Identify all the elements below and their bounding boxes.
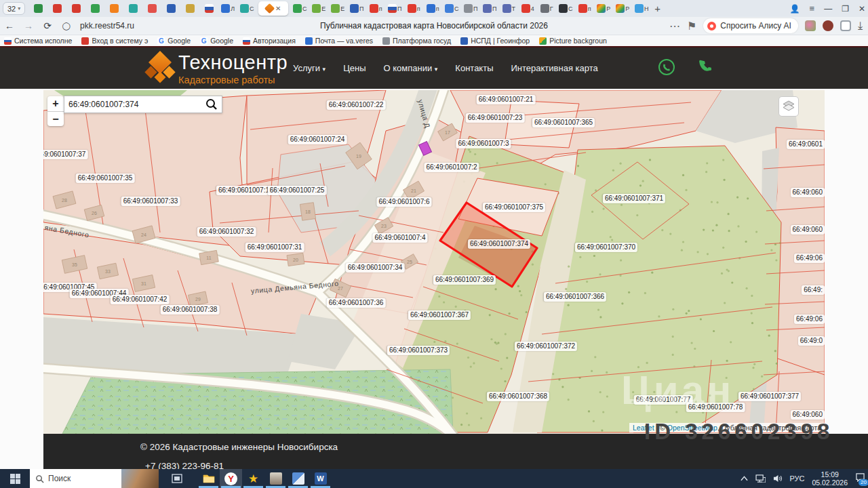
browser-tab[interactable]: п — [368, 1, 383, 16]
parcel-label-clipped[interactable]: 66:49:060 — [791, 225, 825, 235]
browser-tab[interactable] — [125, 1, 140, 16]
parcel-label-clipped[interactable]: 66:49: — [802, 285, 825, 295]
browser-tab[interactable]: Н — [634, 1, 649, 16]
new-tab-button[interactable]: + — [654, 3, 660, 14]
parcel-label[interactable]: 66:49:0601007:22 — [327, 100, 386, 110]
tab-counter[interactable]: 32 ▾ — [3, 2, 25, 15]
parcel-label-clipped[interactable]: 66:49:0601 — [787, 140, 825, 149]
technocentr-logo-icon[interactable] — [144, 53, 176, 84]
parcel-label[interactable]: 66:49:0601007:33 — [121, 197, 180, 206]
browser-tab[interactable]: Т — [501, 1, 516, 16]
clock[interactable]: 15:09 05.02.2026 — [812, 470, 848, 487]
parcel-label[interactable]: 66:49:0601007:370 — [575, 243, 637, 252]
parcel-label-clipped[interactable]: 66:49:06 — [794, 314, 825, 324]
parcel-label-selected[interactable]: 66:49:0601007:374 — [468, 239, 530, 249]
speaker-icon[interactable] — [773, 474, 782, 483]
menu-icon[interactable]: ≡ — [810, 3, 815, 14]
browser-tab[interactable]: п — [425, 1, 440, 16]
parcel-label[interactable]: 66:49:0601007:34 — [346, 263, 405, 272]
parcel-label[interactable]: 66:49:0601007:2 — [424, 163, 479, 172]
browser-tab[interactable]: Е — [311, 1, 326, 16]
browser-tab[interactable] — [182, 1, 197, 16]
back-icon[interactable]: ← — [0, 20, 19, 31]
browser-tab[interactable] — [50, 1, 64, 16]
reload-icon[interactable]: ⟳ — [38, 20, 57, 31]
file-explorer-icon[interactable] — [197, 469, 220, 488]
browser-tab[interactable]: п — [406, 1, 421, 16]
cadastral-map[interactable]: 66:49:0601007:2266:49:0601007:2166:49:06… — [43, 90, 825, 434]
keyboard-language[interactable]: РУС — [789, 474, 804, 483]
parcel-label[interactable]: 66:49:0601007:368 — [487, 392, 549, 401]
parcel-label[interactable]: 66:49:0601007:365 — [532, 118, 595, 127]
browser-tab[interactable] — [144, 1, 159, 16]
pinned-app2-icon[interactable] — [287, 469, 309, 488]
tray-chevron-icon[interactable] — [741, 476, 748, 481]
parcel-label-clipped[interactable]: 66:49:060 — [791, 410, 825, 420]
parcel-label-clipped[interactable]: 66:49:0 — [798, 336, 825, 346]
parcel-label[interactable]: 66:49:0601007:21 — [477, 95, 536, 104]
browser-tab[interactable]: Л — [220, 1, 235, 16]
tab-close-icon[interactable]: ✕ — [275, 5, 281, 12]
parcel-label[interactable]: 66:49:0601007:31 — [245, 243, 304, 252]
parcel-label[interactable]: 66:49:0601007:25 — [268, 186, 327, 195]
word-icon[interactable]: W — [309, 469, 332, 488]
whatsapp-icon[interactable] — [658, 58, 675, 76]
browser-tab[interactable] — [87, 1, 102, 16]
notification-center-icon[interactable]: 20 — [855, 472, 865, 485]
browser-tab[interactable] — [106, 1, 121, 16]
news-thumbnail[interactable] — [121, 469, 159, 488]
browser-tab[interactable] — [163, 1, 178, 16]
parcel-label[interactable]: 66:49:0601007:372 — [515, 342, 577, 351]
browser-tab[interactable]: Р — [615, 1, 630, 16]
parcel-label[interactable]: 66:49:0601007:23 — [466, 113, 525, 123]
parcel-label[interactable]: 66:49:0601007:42 — [111, 295, 170, 304]
more-icon[interactable]: ⋯ — [669, 20, 680, 33]
browser-tab[interactable]: Е — [330, 1, 345, 16]
brand[interactable]: Техноцентр Кадастровые работы — [178, 52, 288, 85]
browser-tab[interactable]: Г — [539, 1, 554, 16]
profile-icon[interactable]: 👤 — [790, 4, 800, 14]
browser-tab[interactable] — [31, 1, 45, 16]
site-badge-icon[interactable]: ◯ — [57, 22, 76, 30]
taskbar-search[interactable]: Поиск — [30, 469, 159, 488]
search-input[interactable] — [64, 100, 204, 109]
forward-icon[interactable]: → — [19, 20, 38, 31]
parcel-label[interactable]: 66:49:0601007:6 — [376, 197, 431, 207]
parcel-label[interactable]: 66:49:0601007:36 — [327, 298, 386, 308]
layers-control[interactable] — [778, 96, 799, 117]
browser-tab[interactable]: С — [444, 1, 459, 16]
browser-tab[interactable]: П — [349, 1, 364, 16]
alice-button[interactable]: Спросить Алису AI — [703, 18, 798, 33]
zoom-in-button[interactable]: + — [47, 96, 64, 111]
task-view-button[interactable] — [165, 469, 188, 488]
parcel-label[interactable]: 66:49:0601007:4 — [372, 233, 427, 243]
parcel-label[interactable]: 66:49:0601007:367 — [408, 310, 471, 320]
parcel-label[interactable]: 66:49:0601007:38 — [161, 305, 220, 314]
bookmark-item[interactable]: Авторизация — [243, 37, 296, 45]
bookmark-item[interactable]: Вход в систему э — [81, 37, 148, 45]
parcel-label[interactable]: 66:49:0601007:371 — [603, 194, 665, 203]
phone-icon[interactable] — [697, 58, 713, 75]
nav-цены[interactable]: Цены — [343, 63, 366, 73]
parcel-label[interactable]: 66:49:0601007:32 — [197, 227, 256, 237]
browser-tab[interactable]: П — [387, 1, 402, 16]
browser-tab[interactable]: П — [482, 1, 497, 16]
parcel-label-clipped[interactable]: 66:49:060 — [791, 188, 825, 197]
bookmark-item[interactable]: Почта — va.veres — [305, 37, 373, 45]
collections-icon[interactable] — [840, 20, 851, 31]
parcel-label[interactable]: 66:49:0601007:377 — [738, 392, 801, 401]
bookmark-item[interactable]: НСПД | Геоинфор — [460, 37, 530, 45]
parcel-label[interactable]: 66:49:0601007:24 — [288, 135, 347, 144]
parcel-label[interactable]: 66:49:0601007:373 — [387, 346, 450, 355]
restore-button[interactable]: ❐ — [842, 4, 849, 14]
nav-услуги[interactable]: Услуги ▾ — [293, 63, 326, 73]
browser-tab[interactable]: С — [239, 1, 254, 16]
avatar[interactable] — [805, 20, 816, 31]
parcel-label[interactable]: 66:49:0601007:366 — [544, 292, 606, 302]
bookmark-item[interactable]: Платформа госуд — [382, 37, 451, 45]
browser-tab[interactable]: П — [463, 1, 478, 16]
extension-icon[interactable] — [823, 20, 833, 31]
browser-tab[interactable] — [201, 1, 216, 16]
nav-контакты[interactable]: Контакты — [455, 63, 493, 73]
browser-tab-active[interactable]: ✕ — [258, 1, 288, 16]
